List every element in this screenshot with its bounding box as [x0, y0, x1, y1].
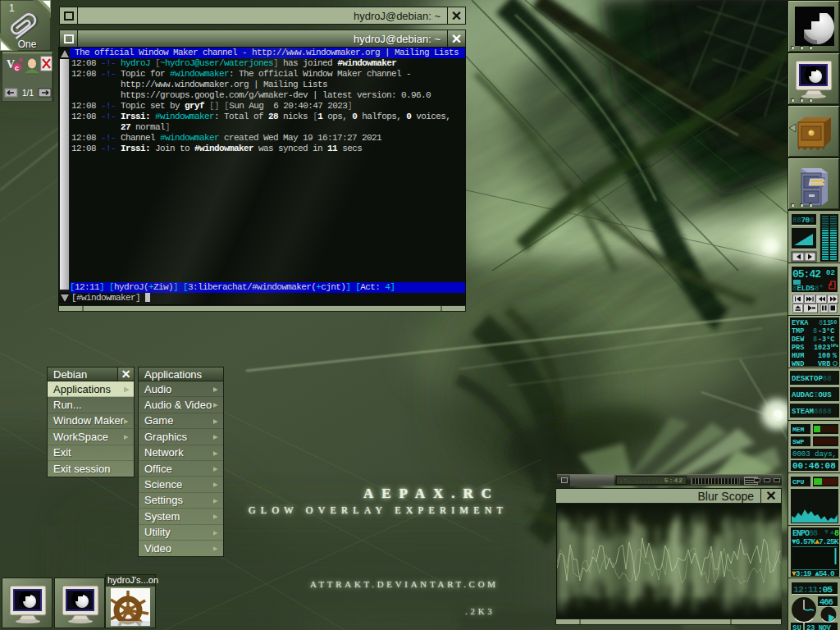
svg-text:MEM: MEM: [792, 426, 805, 433]
svg-text:AUDACIOUS: AUDACIOUS: [792, 391, 832, 399]
svg-text:SWP: SWP: [792, 438, 805, 445]
svg-text:CPU: CPU: [792, 478, 805, 486]
svg-text:88708: 88708: [792, 216, 815, 225]
svg-text:1023: 1023: [814, 344, 830, 352]
svg-text:8: 8: [813, 336, 817, 344]
svg-text:▼6.57K▲7.25K: ▼6.57K▲7.25K: [792, 537, 839, 546]
svg-text:-3°C: -3°C: [818, 327, 834, 336]
svg-text:DEW: DEW: [792, 336, 805, 344]
svg-text:50: 50: [830, 319, 837, 326]
svg-text:02: 02: [826, 269, 835, 277]
svg-text:1/1: 1/1: [22, 89, 34, 98]
svg-text:23 NOV: 23 NOV: [806, 624, 832, 630]
svg-text:SU: SU: [792, 624, 801, 630]
svg-text:TMP: TMP: [792, 327, 804, 336]
svg-text:-3°C: -3°C: [818, 336, 834, 344]
svg-text:DESKTOP88: DESKTOP88: [792, 375, 832, 383]
svg-text:%: %: [833, 352, 838, 360]
svg-text:8ELDS8*: 8ELDS8*: [792, 285, 824, 293]
svg-text:PRS: PRS: [792, 344, 804, 352]
svg-text:0003 days,: 0003 days,: [792, 450, 837, 459]
svg-text:One: One: [18, 39, 37, 50]
svg-text:100: 100: [818, 352, 830, 360]
svg-text:05:42: 05:42: [792, 268, 821, 281]
svg-text:STEAM8888: STEAM8888: [792, 408, 832, 416]
svg-text:466: 466: [819, 597, 833, 607]
svg-text:12:11:05: 12:11:05: [793, 584, 833, 595]
svg-text:1: 1: [9, 2, 15, 14]
svg-text:00:46:08: 00:46:08: [792, 461, 836, 471]
svg-text:EYKA: EYKA: [792, 319, 809, 327]
svg-text:8: 8: [813, 327, 817, 336]
svg-text:c: c: [15, 64, 19, 72]
svg-text:hPa: hPa: [831, 344, 838, 349]
svg-text:HUM: HUM: [792, 352, 804, 360]
